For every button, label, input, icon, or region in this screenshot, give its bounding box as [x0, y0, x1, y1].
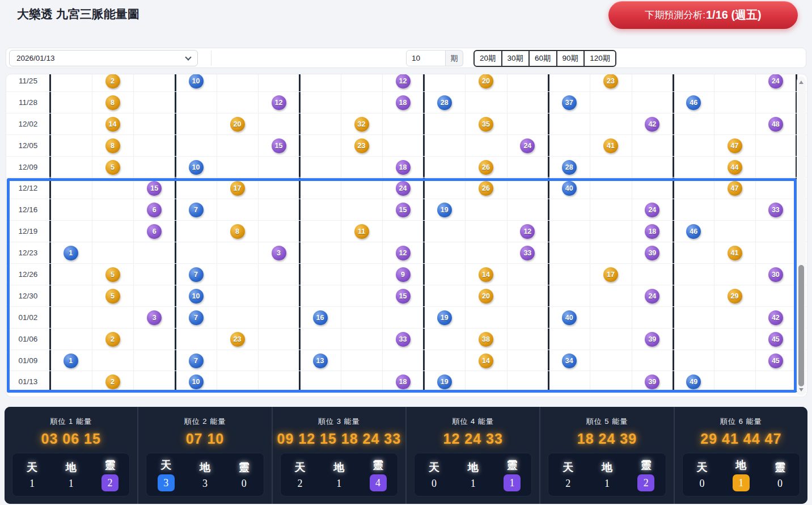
- chart-row-12/05: 12/0581523244147: [6, 135, 807, 157]
- scroll-up-arrow-icon[interactable]: [799, 81, 803, 84]
- lottery-ball-33: 33: [768, 203, 783, 217]
- date-select[interactable]: 2026/01/13: [9, 50, 198, 66]
- row-date-label: 12/23: [6, 242, 50, 264]
- lottery-ball-7: 7: [189, 354, 204, 368]
- lottery-ball-9: 9: [396, 267, 411, 282]
- lottery-ball-16: 16: [313, 310, 328, 325]
- energy-panel-6: 順位 6 能量29 41 44 47天0地1靈0: [675, 407, 807, 504]
- lottery-ball-10: 10: [189, 289, 204, 304]
- lottery-ball-41: 41: [603, 138, 618, 153]
- vein-count-di: 1: [587, 478, 627, 490]
- lottery-ball-46: 46: [686, 224, 701, 239]
- period-button-90期[interactable]: 90期: [556, 50, 585, 67]
- lottery-ball-30: 30: [768, 267, 783, 282]
- lottery-ball-12: 12: [272, 95, 286, 110]
- vein-label-tian: 天: [12, 460, 52, 475]
- panel-energy-numbers: 12 24 33: [407, 431, 539, 447]
- row-date-label: 01/13: [6, 371, 50, 393]
- energy-chart: 11/252101220232411/288121828374612/02142…: [6, 74, 807, 397]
- lottery-ball-41: 41: [728, 246, 742, 260]
- row-date-label: 01/02: [6, 307, 50, 329]
- vein-cell-tian: 天0: [415, 460, 454, 490]
- lottery-ball-15: 15: [272, 138, 286, 153]
- lottery-ball-8: 8: [230, 224, 245, 239]
- lottery-ball-35: 35: [479, 117, 493, 132]
- lottery-ball-10: 10: [189, 74, 204, 89]
- period-count-group: 期: [406, 50, 463, 66]
- chart-row-12/19: 12/196811121846: [6, 221, 807, 242]
- vein-label-ling: 靈: [225, 460, 264, 475]
- next-draw-predict-button[interactable]: 下期預測分析: 1/16 (週五): [608, 1, 798, 29]
- lottery-ball-23: 23: [230, 332, 245, 347]
- vein-count-tian: 0: [683, 478, 722, 490]
- period-button-30期[interactable]: 30期: [501, 50, 530, 67]
- vein-cell-tian: 天1: [12, 460, 52, 490]
- panel-title: 順位 1 能量: [5, 416, 137, 427]
- vein-label-ling: 靈: [91, 458, 130, 473]
- lottery-ball-26: 26: [479, 181, 493, 196]
- lottery-ball-14: 14: [479, 267, 493, 282]
- vein-counts-box: 天2地1靈4: [280, 453, 398, 496]
- period-button-60期[interactable]: 60期: [528, 50, 557, 67]
- toolbar: 2026/01/13 期 20期30期60期90期120期: [6, 48, 806, 68]
- energy-panel-5: 順位 5 能量18 24 39天2地1靈2: [540, 407, 674, 504]
- vein-counts-box: 天0地1靈0: [682, 453, 800, 496]
- scroll-thumb[interactable]: [798, 265, 804, 386]
- lottery-ball-2: 2: [105, 332, 120, 347]
- lottery-ball-20: 20: [230, 117, 245, 132]
- lottery-ball-7: 7: [189, 267, 204, 282]
- lottery-ball-19: 19: [437, 310, 452, 325]
- panel-title: 順位 3 能量: [273, 416, 405, 427]
- chart-row-01/09: 01/091713143445: [6, 350, 807, 372]
- chart-row-11/28: 11/2881218283746: [6, 92, 807, 113]
- lottery-ball-40: 40: [562, 310, 577, 325]
- vein-label-ling: 靈: [358, 458, 397, 473]
- period-button-20期[interactable]: 20期: [473, 50, 502, 67]
- vein-label-di: 地: [185, 460, 225, 475]
- energy-panel-2: 順位 2 能量07 10天3地3靈0: [138, 407, 272, 504]
- lottery-ball-3: 3: [147, 310, 162, 325]
- lottery-ball-12: 12: [396, 246, 411, 260]
- vein-counts-box: 天3地3靈0: [146, 453, 264, 496]
- lottery-ball-2: 2: [105, 374, 120, 389]
- vein-count-ling: 0: [225, 478, 264, 490]
- lottery-ball-24: 24: [645, 203, 659, 217]
- scroll-down-arrow-icon[interactable]: [799, 388, 803, 392]
- vein-count-tian: 3: [158, 474, 175, 491]
- panel-energy-numbers: 29 41 44 47: [675, 431, 807, 447]
- lottery-ball-45: 45: [768, 332, 783, 347]
- vein-cell-tian: 天2: [548, 460, 587, 490]
- row-date-label: 12/16: [6, 199, 50, 221]
- lottery-ball-29: 29: [728, 289, 742, 304]
- period-count-input[interactable]: [406, 50, 446, 66]
- vein-counts-box: 天1地1靈2: [12, 453, 130, 496]
- vein-cell-di: 地1: [454, 460, 493, 490]
- vein-count-ling: 1: [504, 474, 521, 491]
- lottery-ball-20: 20: [479, 74, 493, 89]
- chart-row-12/30: 12/3051015202429: [6, 285, 807, 307]
- vein-count-di: 1: [454, 478, 493, 490]
- lottery-ball-23: 23: [354, 138, 369, 153]
- lottery-ball-13: 13: [313, 354, 328, 368]
- row-date-label: 11/28: [6, 92, 50, 113]
- vein-count-di: 1: [52, 478, 91, 490]
- vein-count-ling: 0: [760, 478, 800, 490]
- lottery-ball-6: 6: [147, 224, 162, 239]
- chart-row-01/06: 01/0622333383945: [6, 329, 807, 350]
- vein-label-di: 地: [721, 458, 760, 473]
- lottery-ball-28: 28: [437, 95, 452, 110]
- vein-counts-box: 天0地1靈1: [414, 453, 532, 496]
- lottery-ball-5: 5: [105, 267, 120, 282]
- date-select-value: 2026/01/13: [16, 54, 55, 62]
- vein-cell-tian: 天0: [683, 460, 722, 490]
- chart-scrollbar[interactable]: [797, 77, 806, 395]
- row-date-label: 12/19: [6, 221, 50, 242]
- period-buttons: 20期30期60期90期120期: [473, 50, 616, 67]
- row-date-label: 11/25: [6, 74, 50, 92]
- lottery-ball-34: 34: [562, 354, 577, 368]
- period-button-120期[interactable]: 120期: [583, 50, 616, 67]
- lottery-ball-15: 15: [396, 203, 411, 217]
- vein-count-ling: 2: [637, 474, 654, 491]
- vein-count-tian: 0: [415, 478, 454, 490]
- vein-count-di: 1: [319, 478, 358, 490]
